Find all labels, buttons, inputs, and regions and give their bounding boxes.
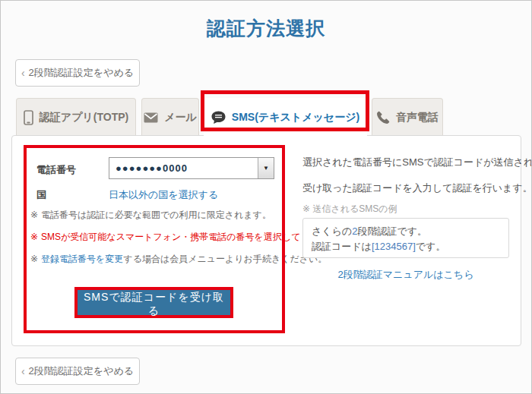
note-marker: ※: [30, 210, 38, 220]
chevron-down-icon: ▼: [258, 158, 274, 178]
note-phone-usage: ※電話番号は認証に必要な範囲での利用に限定されます。: [30, 209, 271, 222]
phone-number-value: ●●●●●●●0000: [109, 162, 258, 174]
quit-setup-button-bottom[interactable]: ‹ 2段階認証設定をやめる: [15, 358, 140, 385]
phone-number-select[interactable]: ●●●●●●●0000 ▼: [109, 157, 274, 179]
country-label: 国: [36, 188, 46, 202]
tab-label: メール: [164, 111, 197, 125]
manual-link-wrapper: 2段階認証マニュアルはこちら: [302, 268, 509, 282]
two-factor-setup-page: 認証方法選択 ‹ 2段階認証設定をやめる 認証アプリ(TOTP) メール: [0, 0, 532, 394]
change-registered-number-link[interactable]: 登録電話番号を変更: [41, 254, 123, 264]
note-change-registered-number: ※登録電話番号を変更する場合は会員メニューよりお手続きください。: [30, 253, 327, 266]
tab-sms-text-message[interactable]: SMS(テキストメッセージ): [204, 98, 367, 137]
tab-mail[interactable]: メール: [141, 98, 199, 136]
info-sms-sent-text: 選択された電話番号にSMSで認証コードが送信されます。: [302, 156, 532, 169]
page-title: 認証方法選択: [1, 16, 531, 41]
speech-bubble-icon: [211, 111, 226, 125]
sms-example-line1: さくらの2段階認証です。: [312, 224, 500, 239]
quit-setup-button-top[interactable]: ‹ 2段階認証設定をやめる: [15, 59, 140, 87]
note-marker: ※: [30, 232, 38, 242]
note-marker: ※: [30, 254, 38, 264]
receive-sms-code-button[interactable]: SMSで認証コードを受け取る: [78, 290, 230, 315]
chevron-left-icon: ‹: [21, 68, 25, 78]
sms-example-box: さくらの2段階認証です。 認証コードは[1234567]です。: [302, 218, 509, 258]
sms-settings-panel: 電話番号 ●●●●●●●0000 ▼ 国 日本以外の国を選択する ※電話番号は認…: [11, 135, 521, 346]
info-enter-code-text: 受け取った認証コードを入力して認証を行います。: [302, 181, 532, 195]
note-sms-capable-warning: ※SMSが受信可能なスマートフォン・携帯電話の番号を選択してください。: [30, 231, 347, 244]
tab-label: 認証アプリ(TOTP): [40, 111, 128, 125]
chevron-left-icon: ‹: [21, 366, 25, 377]
two-factor-manual-link[interactable]: 2段階認証マニュアルはこちら: [338, 269, 474, 280]
sms-example-line2: 認証コードは[1234567]です。: [312, 239, 500, 254]
quit-setup-label: 2段階認証設定をやめる: [29, 66, 134, 80]
smartphone-icon: [24, 110, 33, 125]
sms-example-label: ※ 送信されるSMSの例: [302, 203, 397, 216]
quit-setup-label: 2段階認証設定をやめる: [29, 364, 134, 378]
tab-label: SMS(テキストメッセージ): [232, 111, 359, 125]
mail-icon: [144, 112, 158, 123]
phone-number-label: 電話番号: [36, 163, 76, 177]
tab-auth-app-totp[interactable]: 認証アプリ(TOTP): [16, 98, 136, 136]
highlight-frame-sms-button: SMSで認証コードを受け取る: [74, 287, 233, 318]
tab-voice-call[interactable]: 音声電話: [372, 98, 443, 136]
phone-handset-icon: [376, 111, 390, 125]
select-other-country-link[interactable]: 日本以外の国を選択する: [109, 188, 218, 202]
tab-label: 音声電話: [396, 111, 439, 125]
